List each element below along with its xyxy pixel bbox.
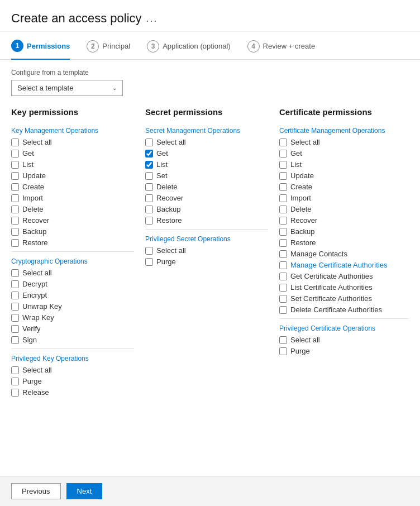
cert-create-label[interactable]: Create xyxy=(290,183,312,191)
key-backup-checkbox[interactable] xyxy=(11,228,19,236)
sec-set-label[interactable]: Set xyxy=(156,171,168,180)
cert-purge-checkbox[interactable] xyxy=(279,347,287,355)
key-encrypt-checkbox[interactable] xyxy=(11,292,19,299)
key-release-label[interactable]: Release xyxy=(22,388,49,397)
wizard-step-permissions[interactable]: 1 Permissions xyxy=(11,40,70,60)
key-get-checkbox[interactable] xyxy=(11,150,19,157)
key-update-checkbox[interactable] xyxy=(11,172,19,180)
key-list-label[interactable]: List xyxy=(22,160,34,169)
sec-set-checkbox[interactable] xyxy=(145,172,153,180)
cert-restore-checkbox[interactable] xyxy=(279,239,287,247)
cert-get-checkbox[interactable] xyxy=(279,150,287,157)
cert-list-ca-label[interactable]: List Certificate Authorities xyxy=(290,283,373,292)
cert-list-label[interactable]: List xyxy=(290,160,302,169)
key-create-label[interactable]: Create xyxy=(22,183,44,191)
cert-update-label[interactable]: Update xyxy=(290,171,314,180)
cert-set-ca-checkbox[interactable] xyxy=(279,295,287,303)
sec-recover-checkbox[interactable] xyxy=(145,194,153,202)
key-restore-checkbox[interactable] xyxy=(11,239,19,247)
template-dropdown[interactable]: Select a template ⌄ xyxy=(11,80,123,96)
key-update-label[interactable]: Update xyxy=(22,171,46,180)
wizard-step-application[interactable]: 3 Application (optional) xyxy=(147,40,230,59)
cert-delete-checkbox[interactable] xyxy=(279,206,287,213)
sec-purge-checkbox[interactable] xyxy=(145,258,153,266)
key-decrypt-label[interactable]: Decrypt xyxy=(22,280,47,288)
key-priv-select-all-checkbox[interactable] xyxy=(11,366,19,374)
cert-delete-ca-checkbox[interactable] xyxy=(279,306,287,314)
sec-get-checkbox[interactable] xyxy=(145,150,153,157)
cert-get-ca-checkbox[interactable] xyxy=(279,273,287,280)
next-button[interactable]: Next xyxy=(66,483,103,499)
sec-priv-select-all-checkbox[interactable] xyxy=(145,247,153,255)
cert-update-checkbox[interactable] xyxy=(279,172,287,180)
sec-delete-label[interactable]: Delete xyxy=(156,183,178,191)
key-restore-label[interactable]: Restore xyxy=(22,238,48,247)
cert-get-label[interactable]: Get xyxy=(290,149,302,157)
key-purge-checkbox[interactable] xyxy=(11,378,19,385)
key-get-label[interactable]: Get xyxy=(22,149,34,157)
cert-select-all-checkbox[interactable] xyxy=(279,139,287,146)
key-verify-label[interactable]: Verify xyxy=(22,324,41,333)
cert-set-ca-label[interactable]: Set Certificate Authorities xyxy=(290,294,372,303)
sec-list-checkbox[interactable] xyxy=(145,161,153,169)
key-sign-label[interactable]: Sign xyxy=(22,336,37,344)
wizard-step-review[interactable]: 4 Review + create xyxy=(247,40,316,59)
key-delete-label[interactable]: Delete xyxy=(22,205,44,213)
cert-purge-label[interactable]: Purge xyxy=(290,347,310,355)
key-wrap-label[interactable]: Wrap Key xyxy=(22,313,54,322)
key-unwrap-label[interactable]: Unwrap Key xyxy=(22,302,62,311)
sec-recover-label[interactable]: Recover xyxy=(156,194,183,202)
key-import-checkbox[interactable] xyxy=(11,194,19,202)
cert-backup-label[interactable]: Backup xyxy=(290,227,314,236)
cert-priv-select-all-checkbox[interactable] xyxy=(279,336,287,344)
sec-restore-checkbox[interactable] xyxy=(145,217,153,225)
cert-list-checkbox[interactable] xyxy=(279,161,287,169)
sec-purge-label[interactable]: Purge xyxy=(156,257,176,266)
cert-create-checkbox[interactable] xyxy=(279,183,287,191)
key-crypto-select-all-label[interactable]: Select all xyxy=(22,269,52,277)
cert-recover-label[interactable]: Recover xyxy=(290,216,317,225)
cert-manage-ca-checkbox[interactable] xyxy=(279,261,287,269)
sec-select-all-checkbox[interactable] xyxy=(145,139,153,146)
key-create-checkbox[interactable] xyxy=(11,183,19,191)
cert-manage-contacts-checkbox[interactable] xyxy=(279,250,287,258)
wizard-step-principal[interactable]: 2 Principal xyxy=(87,40,130,59)
key-backup-label[interactable]: Backup xyxy=(22,227,46,236)
key-verify-checkbox[interactable] xyxy=(11,325,19,333)
key-list-checkbox[interactable] xyxy=(11,161,19,169)
cert-import-label[interactable]: Import xyxy=(290,194,311,202)
cert-get-ca-label[interactable]: Get Certificate Authorities xyxy=(290,272,373,280)
sec-backup-label[interactable]: Backup xyxy=(156,205,180,213)
cert-import-checkbox[interactable] xyxy=(279,194,287,202)
previous-button[interactable]: Previous xyxy=(11,483,61,499)
cert-select-all-label[interactable]: Select all xyxy=(290,138,320,146)
key-decrypt-checkbox[interactable] xyxy=(11,280,19,288)
cert-manage-ca-label[interactable]: Manage Certificate Authorities xyxy=(290,261,387,269)
sec-restore-label[interactable]: Restore xyxy=(156,216,182,225)
key-purge-label[interactable]: Purge xyxy=(22,377,42,385)
cert-manage-contacts-label[interactable]: Manage Contacts xyxy=(290,250,347,258)
cert-list-ca-checkbox[interactable] xyxy=(279,284,287,292)
sec-backup-checkbox[interactable] xyxy=(145,206,153,213)
key-wrap-checkbox[interactable] xyxy=(11,314,19,322)
key-sign-checkbox[interactable] xyxy=(11,336,19,344)
key-priv-select-all-label[interactable]: Select all xyxy=(22,366,52,374)
sec-get-label[interactable]: Get xyxy=(156,149,168,157)
cert-restore-label[interactable]: Restore xyxy=(290,238,316,247)
key-select-all-checkbox[interactable] xyxy=(11,139,19,146)
key-crypto-select-all-checkbox[interactable] xyxy=(11,269,19,277)
sec-delete-checkbox[interactable] xyxy=(145,183,153,191)
key-recover-checkbox[interactable] xyxy=(11,217,19,225)
key-unwrap-checkbox[interactable] xyxy=(11,303,19,311)
key-delete-checkbox[interactable] xyxy=(11,206,19,213)
cert-delete-label[interactable]: Delete xyxy=(290,205,312,213)
cert-priv-select-all-label[interactable]: Select all xyxy=(290,336,320,344)
key-import-label[interactable]: Import xyxy=(22,194,43,202)
cert-backup-checkbox[interactable] xyxy=(279,228,287,236)
key-select-all-label[interactable]: Select all xyxy=(22,138,52,146)
sec-list-label[interactable]: List xyxy=(156,160,168,169)
cert-delete-ca-label[interactable]: Delete Certificate Authorities xyxy=(290,305,382,314)
sec-select-all-label[interactable]: Select all xyxy=(156,138,186,146)
key-recover-label[interactable]: Recover xyxy=(22,216,49,225)
key-release-checkbox[interactable] xyxy=(11,389,19,397)
